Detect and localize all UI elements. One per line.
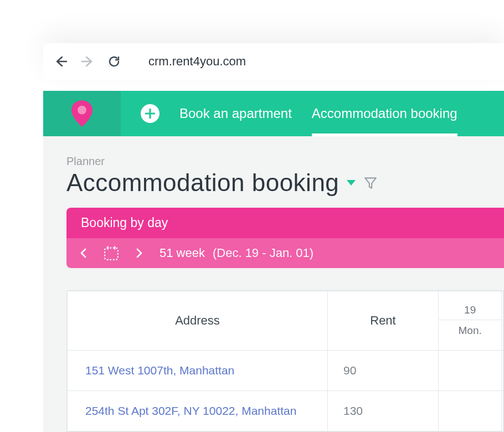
table-row: 254th St Apt 302F, NY 10022, Manhattan 1… [68, 391, 503, 431]
nav-accommodation-booking[interactable]: Accommodation booking [312, 91, 457, 136]
plus-icon [145, 109, 155, 119]
breadcrumb: Planner [66, 155, 504, 168]
svg-rect-1 [105, 248, 118, 260]
day-cell[interactable] [502, 351, 503, 391]
prev-week-button[interactable] [78, 246, 89, 260]
page-title-dropdown[interactable] [347, 180, 356, 186]
svg-point-0 [78, 106, 86, 115]
next-week-button[interactable] [134, 246, 145, 260]
rent-value: 90 [328, 351, 439, 391]
col-header-address: Address [68, 291, 328, 351]
col-header-day: 19 Mon. [439, 291, 502, 351]
browser-chrome: crm.rent4you.com [43, 43, 504, 80]
browser-address-bar[interactable]: crm.rent4you.com [133, 49, 504, 74]
planner-table: Address Rent 19 Mon. 151 West 1007th, Ma… [66, 290, 504, 432]
primary-nav: Book an apartment Accommodation booking [121, 91, 504, 136]
nav-book-apartment[interactable]: Book an apartment [179, 91, 292, 136]
rent-value: 130 [328, 391, 439, 431]
page-title: Accommodation booking [66, 169, 339, 197]
table-row: 151 West 1007th, Manhattan 90 [68, 351, 503, 391]
browser-back-button[interactable] [53, 54, 69, 69]
scheduler-title: Booking by day [66, 208, 504, 238]
pin-icon [71, 100, 92, 127]
app-logo-area[interactable] [43, 91, 121, 136]
page-body: Planner Accommodation booking Booking by… [43, 136, 504, 432]
app-top-bar: Book an apartment Accommodation booking [43, 91, 504, 136]
browser-reload-button[interactable] [106, 54, 122, 69]
day-of-week: Mon. [439, 320, 501, 341]
day-cell[interactable] [439, 351, 502, 391]
week-number: 51 week [160, 246, 205, 260]
address-link[interactable]: 254th St Apt 302F, NY 10022, Manhattan [85, 404, 296, 417]
browser-url-text: crm.rent4you.com [148, 54, 246, 69]
scheduler-header: Booking by day 51 week (Dec. 19 - Jan. 0… [66, 208, 504, 268]
col-header-rent: Rent [328, 291, 439, 351]
date-range: (Dec. 19 - Jan. 01) [213, 246, 313, 260]
browser-forward-button[interactable] [80, 54, 95, 69]
filter-icon[interactable] [363, 176, 378, 190]
add-button[interactable] [141, 104, 160, 123]
day-cell[interactable] [439, 391, 502, 431]
calendar-icon[interactable] [103, 245, 120, 261]
address-link[interactable]: 151 West 1007th, Manhattan [85, 364, 234, 377]
day-cell[interactable] [502, 391, 503, 431]
day-number: 19 [439, 301, 501, 320]
scheduler-period-nav: 51 week (Dec. 19 - Jan. 01) [66, 238, 504, 268]
col-header-day-next [502, 291, 503, 351]
